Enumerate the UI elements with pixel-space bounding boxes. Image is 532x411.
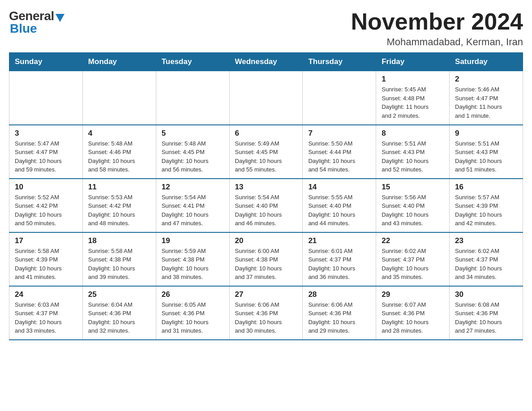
day-info: Sunrise: 6:04 AM Sunset: 4:36 PM Dayligh… [88,300,150,335]
day-info: Sunrise: 6:07 AM Sunset: 4:36 PM Dayligh… [382,300,444,335]
day-number: 18 [88,236,150,245]
logo-arrow-icon [56,14,64,22]
logo-blue-text: Blue [9,21,37,36]
day-number: 19 [162,236,224,245]
calendar-cell: 8Sunrise: 5:51 AM Sunset: 4:43 PM Daylig… [376,125,450,179]
page-header: General Blue November 2024 Mohammadabad,… [9,9,523,48]
calendar-cell: 19Sunrise: 5:59 AM Sunset: 4:38 PM Dayli… [156,232,229,286]
day-number: 6 [235,129,297,138]
calendar-cell: 7Sunrise: 5:50 AM Sunset: 4:44 PM Daylig… [303,125,376,179]
calendar-cell: 22Sunrise: 6:02 AM Sunset: 4:37 PM Dayli… [376,232,450,286]
day-info: Sunrise: 5:51 AM Sunset: 4:43 PM Dayligh… [455,139,517,174]
calendar-cell: 6Sunrise: 5:49 AM Sunset: 4:45 PM Daylig… [229,125,303,179]
day-info: Sunrise: 6:00 AM Sunset: 4:38 PM Dayligh… [235,247,297,282]
day-info: Sunrise: 5:48 AM Sunset: 4:46 PM Dayligh… [88,139,150,174]
calendar-cell: 4Sunrise: 5:48 AM Sunset: 4:46 PM Daylig… [82,125,156,179]
day-info: Sunrise: 6:05 AM Sunset: 4:36 PM Dayligh… [162,300,224,335]
day-number: 13 [235,183,297,192]
day-number: 20 [235,236,297,245]
day-number: 8 [382,129,444,138]
day-number: 17 [15,236,77,245]
day-info: Sunrise: 5:59 AM Sunset: 4:38 PM Dayligh… [162,247,224,282]
day-info: Sunrise: 5:54 AM Sunset: 4:40 PM Dayligh… [235,193,297,228]
day-info: Sunrise: 5:53 AM Sunset: 4:42 PM Dayligh… [88,193,150,228]
calendar-week-5: 24Sunrise: 6:03 AM Sunset: 4:37 PM Dayli… [9,286,523,340]
calendar-cell [9,71,83,125]
calendar-cell: 29Sunrise: 6:07 AM Sunset: 4:36 PM Dayli… [376,286,450,340]
day-number: 16 [455,183,517,192]
day-number: 30 [455,290,517,299]
title-section: November 2024 Mohammadabad, Kerman, Iran [351,9,523,48]
month-title: November 2024 [351,9,523,34]
calendar-cell: 18Sunrise: 5:58 AM Sunset: 4:38 PM Dayli… [82,232,156,286]
day-number: 5 [162,129,224,138]
calendar-cell: 2Sunrise: 5:46 AM Sunset: 4:47 PM Daylig… [450,71,523,125]
calendar-cell [303,71,376,125]
calendar-cell: 5Sunrise: 5:48 AM Sunset: 4:45 PM Daylig… [156,125,229,179]
day-info: Sunrise: 5:45 AM Sunset: 4:48 PM Dayligh… [382,85,444,120]
day-number: 2 [455,75,517,84]
calendar-cell: 20Sunrise: 6:00 AM Sunset: 4:38 PM Dayli… [229,232,303,286]
day-info: Sunrise: 5:56 AM Sunset: 4:40 PM Dayligh… [382,193,444,228]
day-number: 25 [88,290,150,299]
calendar-cell: 30Sunrise: 6:08 AM Sunset: 4:36 PM Dayli… [450,286,523,340]
day-info: Sunrise: 5:47 AM Sunset: 4:47 PM Dayligh… [15,139,77,174]
day-number: 21 [308,236,370,245]
day-info: Sunrise: 6:03 AM Sunset: 4:37 PM Dayligh… [15,300,77,335]
day-number: 28 [308,290,370,299]
day-info: Sunrise: 5:48 AM Sunset: 4:45 PM Dayligh… [162,139,224,174]
calendar-cell: 13Sunrise: 5:54 AM Sunset: 4:40 PM Dayli… [229,179,303,232]
header-day-tuesday: Tuesday [156,53,229,71]
day-info: Sunrise: 6:02 AM Sunset: 4:37 PM Dayligh… [455,247,517,282]
calendar-body: 1Sunrise: 5:45 AM Sunset: 4:48 PM Daylig… [9,71,523,340]
day-number: 11 [88,183,150,192]
day-number: 4 [88,129,150,138]
calendar-cell: 23Sunrise: 6:02 AM Sunset: 4:37 PM Dayli… [450,232,523,286]
day-info: Sunrise: 6:06 AM Sunset: 4:36 PM Dayligh… [235,300,297,335]
calendar-cell: 10Sunrise: 5:52 AM Sunset: 4:42 PM Dayli… [9,179,83,232]
day-info: Sunrise: 6:01 AM Sunset: 4:37 PM Dayligh… [308,247,370,282]
day-number: 10 [15,183,77,192]
calendar-header: SundayMondayTuesdayWednesdayThursdayFrid… [9,53,523,71]
calendar-cell: 21Sunrise: 6:01 AM Sunset: 4:37 PM Dayli… [303,232,376,286]
header-day-wednesday: Wednesday [229,53,303,71]
calendar-cell: 1Sunrise: 5:45 AM Sunset: 4:48 PM Daylig… [376,71,450,125]
calendar-cell: 28Sunrise: 6:06 AM Sunset: 4:36 PM Dayli… [303,286,376,340]
calendar-week-1: 1Sunrise: 5:45 AM Sunset: 4:48 PM Daylig… [9,71,523,125]
calendar-cell: 12Sunrise: 5:54 AM Sunset: 4:41 PM Dayli… [156,179,229,232]
calendar-week-3: 10Sunrise: 5:52 AM Sunset: 4:42 PM Dayli… [9,179,523,232]
header-day-friday: Friday [376,53,450,71]
calendar-cell: 26Sunrise: 6:05 AM Sunset: 4:36 PM Dayli… [156,286,229,340]
day-number: 22 [382,236,444,245]
day-info: Sunrise: 5:54 AM Sunset: 4:41 PM Dayligh… [162,193,224,228]
calendar-cell: 24Sunrise: 6:03 AM Sunset: 4:37 PM Dayli… [9,286,83,340]
day-number: 7 [308,129,370,138]
calendar-cell: 16Sunrise: 5:57 AM Sunset: 4:39 PM Dayli… [450,179,523,232]
day-info: Sunrise: 6:08 AM Sunset: 4:36 PM Dayligh… [455,300,517,335]
calendar-cell: 14Sunrise: 5:55 AM Sunset: 4:40 PM Dayli… [303,179,376,232]
calendar-cell: 27Sunrise: 6:06 AM Sunset: 4:36 PM Dayli… [229,286,303,340]
calendar-cell [156,71,229,125]
day-info: Sunrise: 6:06 AM Sunset: 4:36 PM Dayligh… [308,300,370,335]
day-number: 29 [382,290,444,299]
calendar-cell: 3Sunrise: 5:47 AM Sunset: 4:47 PM Daylig… [9,125,83,179]
day-number: 27 [235,290,297,299]
day-number: 15 [382,183,444,192]
header-day-sunday: Sunday [9,53,83,71]
calendar-cell [229,71,303,125]
day-number: 26 [162,290,224,299]
calendar-week-4: 17Sunrise: 5:58 AM Sunset: 4:39 PM Dayli… [9,232,523,286]
calendar-cell [82,71,156,125]
calendar-cell: 11Sunrise: 5:53 AM Sunset: 4:42 PM Dayli… [82,179,156,232]
header-day-thursday: Thursday [303,53,376,71]
header-day-saturday: Saturday [450,53,523,71]
day-info: Sunrise: 5:52 AM Sunset: 4:42 PM Dayligh… [15,193,77,228]
calendar-cell: 9Sunrise: 5:51 AM Sunset: 4:43 PM Daylig… [450,125,523,179]
day-number: 1 [382,75,444,84]
day-info: Sunrise: 5:58 AM Sunset: 4:38 PM Dayligh… [88,247,150,282]
calendar-cell: 25Sunrise: 6:04 AM Sunset: 4:36 PM Dayli… [82,286,156,340]
calendar-table: SundayMondayTuesdayWednesdayThursdayFrid… [9,52,523,340]
calendar-week-2: 3Sunrise: 5:47 AM Sunset: 4:47 PM Daylig… [9,125,523,179]
day-number: 3 [15,129,77,138]
day-number: 14 [308,183,370,192]
